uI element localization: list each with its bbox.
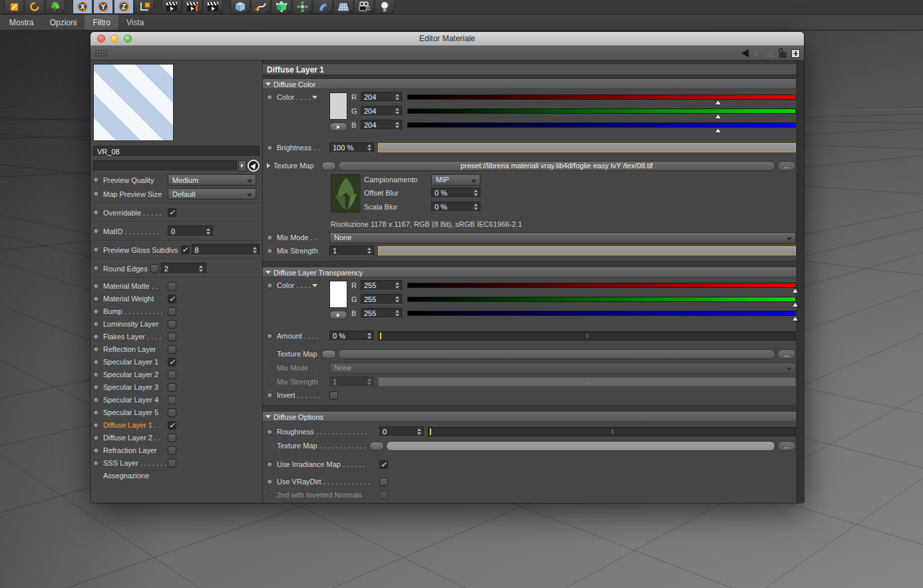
anim-dot[interactable] (267, 462, 273, 468)
layer-label[interactable]: Material Matte . . (103, 282, 168, 290)
anim-dot[interactable] (267, 479, 273, 485)
anim-dot[interactable] (93, 191, 99, 197)
layer-label[interactable]: SSS Layer . . . . . . . (103, 459, 168, 467)
map-preview-size-dropdown[interactable]: Default (168, 188, 256, 200)
menu-filtro[interactable]: Filtro (85, 15, 118, 30)
layer-checkbox[interactable] (168, 282, 176, 291)
color-expand-button[interactable] (329, 311, 347, 319)
b-value-field[interactable]: 255 (361, 308, 402, 319)
anim-dot[interactable] (93, 448, 99, 454)
anim-dot[interactable] (267, 235, 273, 241)
minimize-button[interactable] (110, 35, 118, 43)
layer-checkbox[interactable] (168, 345, 176, 354)
subdivision-surface-button[interactable] (272, 0, 291, 14)
color-mode-chevron-icon[interactable] (312, 284, 317, 287)
bend-deformer-button[interactable] (313, 0, 333, 14)
anim-dot[interactable] (93, 228, 99, 234)
anim-dot[interactable] (267, 94, 273, 100)
scala-blur-field[interactable]: 0 % (431, 202, 480, 212)
amount-slider[interactable] (378, 331, 796, 341)
g-value-field[interactable]: 204 (361, 106, 402, 116)
camera-button[interactable] (354, 0, 374, 14)
layer-label[interactable]: Refraction Layer (103, 446, 168, 454)
layer-checkbox[interactable] (168, 307, 176, 316)
history-back-icon[interactable] (741, 49, 749, 57)
amount-field[interactable]: 0 % (329, 331, 374, 341)
window-titlebar[interactable]: Editor Materiale (91, 32, 804, 46)
anim-dot[interactable] (93, 334, 99, 340)
b-value-field[interactable]: 204 (361, 120, 402, 130)
axis-z-button[interactable]: Z (114, 0, 134, 14)
anim-dot[interactable] (93, 422, 99, 428)
anim-dot[interactable] (93, 397, 99, 403)
roughness-slider[interactable] (428, 427, 796, 436)
brightness-field[interactable]: 100 % (329, 142, 374, 153)
invert-checkbox[interactable] (329, 391, 338, 400)
anim-dot[interactable] (267, 392, 273, 398)
texture-browse-button[interactable]: ... (777, 441, 796, 451)
r-value-field[interactable]: 255 (361, 280, 402, 291)
texture-expand-button[interactable] (321, 162, 336, 170)
assegnazione-label[interactable]: Assegnazione (93, 472, 260, 480)
layer-label[interactable]: Material Weight (103, 295, 168, 303)
r-gradient-slider[interactable] (407, 283, 796, 288)
pick-arrow-icon[interactable] (248, 160, 260, 172)
anim-dot[interactable] (93, 460, 99, 466)
texture-path-field[interactable] (338, 349, 775, 359)
add-cube-button[interactable] (230, 0, 250, 14)
layer-label[interactable]: Reflection Layer (103, 345, 168, 353)
material-name-field[interactable]: VR_08 (93, 146, 260, 157)
shader-link-field[interactable] (93, 160, 237, 172)
anim-dot[interactable] (93, 296, 99, 302)
new-window-icon[interactable] (791, 49, 800, 58)
anim-dot[interactable] (267, 145, 273, 151)
brightness-slider[interactable] (378, 143, 796, 152)
anim-dot[interactable] (93, 347, 99, 353)
transparency-section-header[interactable]: Diffuse Layer Transparency (263, 267, 796, 277)
layer-label[interactable]: Bump . . . . . . . . . . (103, 307, 168, 315)
stepper-control[interactable] (366, 333, 372, 339)
round-edges-field[interactable]: 2 (161, 263, 206, 274)
layer-label-selected[interactable]: Diffuse Layer 1 . . (103, 421, 168, 429)
layer-label[interactable]: Diffuse Layer 2 . . (103, 434, 168, 442)
options-section-header[interactable]: Diffuse Options (263, 412, 796, 422)
gloss-subdivs-checkbox[interactable]: ✓ (181, 245, 190, 254)
texture-expand-button[interactable] (369, 442, 384, 450)
layer-checkbox[interactable] (168, 333, 176, 341)
layer-checkbox[interactable] (168, 459, 176, 468)
drag-grip-icon[interactable] (94, 49, 108, 58)
matid-field[interactable]: 0 (168, 225, 213, 237)
texture-path-field[interactable]: preset://libreria materiali vray.lib4d/f… (338, 161, 775, 171)
floor-button[interactable] (333, 0, 353, 14)
g-gradient-slider[interactable] (407, 108, 796, 114)
color-expand-button[interactable] (329, 122, 347, 131)
menu-vista[interactable]: Vista (118, 15, 152, 30)
render-settings-button[interactable] (203, 0, 223, 14)
anim-dot[interactable] (267, 333, 273, 339)
g-gradient-slider[interactable] (407, 297, 796, 302)
panel-scrollbar[interactable] (797, 61, 804, 503)
stepper-control[interactable] (394, 310, 400, 317)
coordinate-system-button[interactable] (134, 0, 154, 14)
stepper-control[interactable] (472, 204, 478, 210)
texture-browse-button[interactable]: ... (777, 161, 796, 171)
stepper-control[interactable] (198, 265, 204, 272)
render-active-button[interactable] (182, 0, 202, 14)
anim-dot[interactable] (93, 210, 99, 216)
render-view-button[interactable] (162, 0, 182, 14)
layer-label[interactable]: Specular Layer 3 (103, 383, 168, 391)
gloss-subdivs-field[interactable]: 8 (192, 244, 260, 255)
color-swatch[interactable] (329, 92, 347, 120)
layer-checkbox[interactable] (168, 396, 176, 404)
expand-button[interactable] (238, 160, 246, 172)
layer-label[interactable]: Flakes Layer . . . . (103, 333, 168, 341)
layer-label[interactable]: Specular Layer 2 (103, 370, 168, 378)
array-button[interactable] (292, 0, 312, 14)
r-value-field[interactable]: 204 (361, 92, 402, 102)
up-level-icon[interactable] (765, 50, 775, 57)
anim-dot[interactable] (267, 429, 273, 435)
tree-object-button[interactable] (45, 0, 65, 14)
anim-dot[interactable] (93, 372, 99, 378)
overridable-checkbox[interactable]: ✓ (168, 208, 176, 217)
mix-mode-dropdown[interactable]: None (329, 232, 796, 243)
